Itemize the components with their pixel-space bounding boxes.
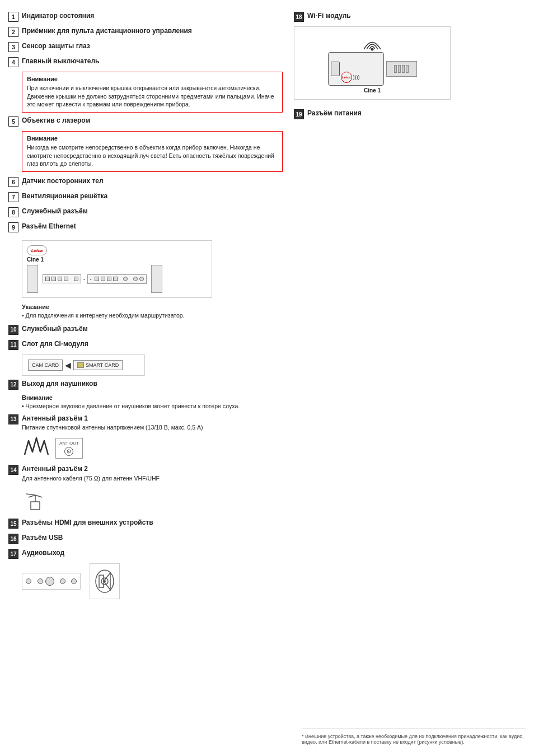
antenna1-diagram: ANT OUT	[22, 435, 283, 461]
item-19-number: 19	[294, 109, 304, 119]
cine-label-right: Cine 1	[364, 87, 381, 94]
item-15-number: 15	[8, 519, 18, 529]
audio-port-1	[26, 578, 31, 584]
warning-title-item5: Внимание	[27, 135, 278, 142]
item-2-row: 2 Приёмник для пульта дистанционного упр…	[8, 26, 283, 37]
item-12-row: 12 Выход для наушников	[8, 379, 283, 390]
warning-box-item5: Внимание Никогда не смотрите непосредств…	[22, 131, 283, 172]
item-10-label: Служебный разъём	[22, 325, 88, 333]
item-4-label: Главный выключатель	[22, 57, 99, 65]
note-title-item9: Указание	[22, 304, 283, 310]
projector-ports	[386, 61, 417, 77]
port-round-2	[133, 277, 138, 281]
audio-port-4	[71, 578, 77, 584]
item-18-number: 18	[294, 12, 304, 22]
item-2-number: 2	[8, 27, 18, 37]
audio-right-panel	[90, 563, 120, 599]
left-column: 1 Индикатор состояния 2 Приёмник для пул…	[8, 11, 283, 603]
item-14-row: 14 Антенный разъём 2 Для антенного кабел…	[8, 464, 283, 482]
right-column: 18 Wi-Fi модуль	[288, 11, 526, 603]
footnote: * Внешние устройства, а также необходимы…	[302, 729, 526, 745]
item-9-number: 9	[8, 222, 18, 232]
port-sq-6	[95, 277, 99, 281]
item-7-number: 7	[8, 192, 18, 202]
port-round-1	[123, 277, 128, 281]
proj-port-4	[406, 65, 409, 73]
item-4-number: 4	[8, 57, 18, 67]
item-7-row: 7 Вентиляционная решётка	[8, 192, 283, 202]
leica-logo-ethernet: Leica	[27, 245, 47, 255]
ethernet-diagram: Leica Cine 1	[22, 240, 212, 298]
note-text-item9: • Для подключения к интернету необходим …	[22, 311, 283, 320]
audio-left-panel	[22, 573, 81, 590]
svg-point-11	[104, 580, 106, 582]
item-17-number: 17	[8, 549, 18, 559]
ethernet-back-panel: • •	[27, 265, 162, 293]
warning-title-item12: Внимание	[22, 394, 283, 401]
port-sq-9	[113, 277, 118, 281]
smart-card-chip	[77, 362, 84, 368]
port-sq-4	[64, 277, 68, 281]
item-3-label: Сенсор защиты глаз	[22, 42, 90, 50]
item-16-row: 16 Разъём USB	[8, 533, 283, 544]
item-8-number: 8	[8, 207, 18, 217]
antenna1-symbol	[22, 435, 50, 461]
item-7-label: Вентиляционная решётка	[22, 192, 107, 200]
item-19-row: 19 Разъём питания	[294, 109, 526, 119]
svg-point-12	[371, 48, 374, 51]
note-box-item9: Указание • Для подключения к интернету н…	[22, 304, 283, 320]
item-17-label: Аудиовыход	[22, 549, 64, 557]
item-1-label: Индикатор состояния	[22, 12, 94, 20]
warning-box-item12: Внимание • Чрезмерное звуковое давление …	[22, 394, 283, 410]
audio-diagram	[22, 563, 283, 599]
proj-port-2	[398, 65, 401, 73]
item-4-row: 4 Главный выключатель	[8, 57, 283, 67]
svg-rect-2	[31, 502, 40, 510]
item-8-label: Служебный разъём	[22, 207, 88, 215]
ant-out-box: ANT OUT	[55, 438, 83, 459]
item-13-row: 13 Антенный разъём 1 Питание спутниковой…	[8, 414, 283, 431]
port-sq-5	[74, 277, 78, 281]
wifi-proj-waves: ))))	[353, 74, 360, 80]
projector-lens	[331, 62, 340, 76]
warning-text-item12: • Чрезмерное звуковое давление от наушни…	[22, 402, 283, 410]
projector-stand	[386, 61, 417, 77]
right-ports-group: •	[87, 274, 147, 284]
item-10-row: 10 Служебный разъём	[8, 324, 283, 335]
item-6-label: Датчик посторонних тел	[22, 177, 104, 185]
svg-line-4	[29, 495, 35, 497]
audio-port-2	[38, 578, 43, 584]
port-sq-2	[51, 277, 56, 281]
item-5-label: Объектив с лазером	[22, 116, 90, 124]
item-13-label: Антенный разъём 1	[22, 414, 88, 422]
port-sq-3	[58, 277, 62, 281]
smart-card-label: SMART CARD	[86, 362, 119, 368]
item-14-desc: Для антенного кабеля (75 Ω) для антенн V…	[22, 475, 283, 482]
left-side-unit	[27, 265, 38, 293]
ci-module-diagram: CAM CARD ◀ SMART CARD	[22, 354, 145, 376]
proj-port-3	[402, 65, 405, 73]
item-17-row: 17 Аудиовыход	[8, 548, 283, 559]
svg-line-5	[35, 495, 42, 497]
item-13-number: 13	[8, 414, 18, 424]
item-11-number: 11	[8, 340, 18, 350]
ant-out-circle	[64, 447, 73, 456]
projector-diagram: Leica )))) Cine 1	[294, 26, 451, 100]
item-18-label: Wi-Fi модуль	[307, 12, 351, 20]
port-sq-8	[107, 277, 111, 281]
item-1-row: 1 Индикатор состояния	[8, 11, 283, 22]
item-18-row: 18 Wi-Fi модуль	[294, 11, 526, 22]
item-1-number: 1	[8, 12, 18, 22]
port-round-3	[139, 277, 144, 281]
item-11-label: Слот для CI-модуля	[22, 340, 88, 348]
item-8-row: 8 Служебный разъём	[8, 207, 283, 217]
warning-box-item4: Внимание При включении и выключении крыш…	[22, 72, 283, 113]
item-14-number: 14	[8, 465, 18, 475]
item-10-number: 10	[8, 325, 18, 335]
item-9-row: 9 Разъём Ethernet	[8, 222, 283, 232]
item-12-label: Выход для наушников	[22, 380, 97, 388]
audio-port-large	[45, 577, 54, 586]
footnote-text: * Внешние устройства, а также необходимы…	[302, 734, 524, 745]
svg-point-1	[68, 451, 69, 452]
right-side-unit	[151, 265, 162, 293]
